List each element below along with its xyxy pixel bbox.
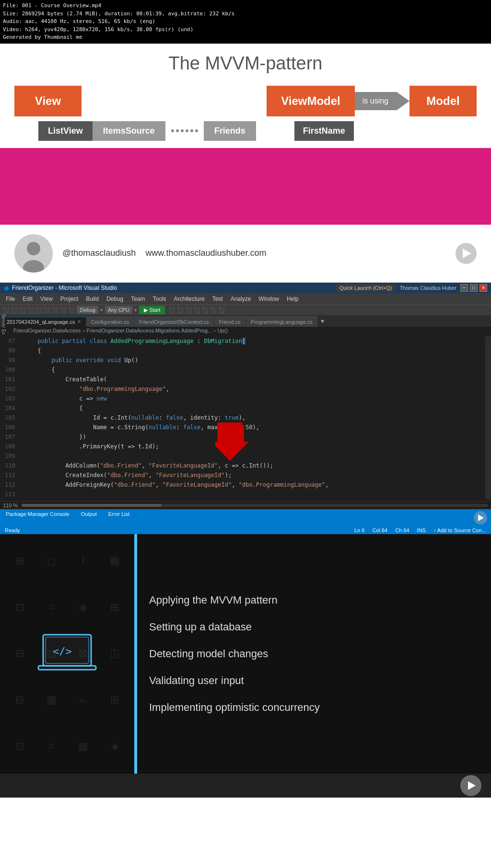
vs-menu-help[interactable]: Help [283,294,303,304]
mvvm-model-box: Model [409,86,477,116]
vs-tabs-overflow[interactable]: ▾ [318,315,327,327]
vs-tab-friend[interactable]: Friend.cs [214,317,246,327]
vs-toolbar-more-icons: ⬛ ⬛ ⬛ ⬛ ⬛ ⬛ ⬛ [169,307,224,313]
vs-ch: Ch 64 [395,527,409,533]
vs-menu-view[interactable]: View [36,294,57,304]
vs-menu-test[interactable]: Test [209,294,227,304]
course-item-5: Implementing optimistic concurrency [149,701,477,714]
vs-tab-glanguage-label: 20170424204_qLanguage.cs [7,319,75,325]
vs-ln: Ln 6 [354,527,364,533]
vs-menu-project[interactable]: Project [57,294,82,304]
bg-icon-9: ⊟ [5,631,35,676]
vs-tab-dbcontext[interactable]: FriendOrganizerDbContext.cs [134,317,214,327]
mvvm-section: The MVVM-pattern View ViewModel is using… [0,44,491,148]
mvvm-title: The MVVM-pattern [14,53,477,74]
vs-menu-window[interactable]: Window [255,294,283,304]
file-info-line1: File: 001 - Course Overview.mp4 [3,2,488,10]
vs-bottom-tab-output[interactable]: Output [75,509,103,526]
vs-scrollbar[interactable] [485,336,491,499]
file-info-line3: Audio: aac, 44100 Hz, stereo, 516, 65 kb… [3,18,488,26]
vs-menu-file[interactable]: File [2,294,19,304]
vs-breadcrumb: Server Explorer FriendOrganizer.DataAcce… [0,327,491,334]
author-info: @thomasclaudiush www.thomasclaudiushuber… [62,248,267,258]
bg-icon-17: ⊡ [5,724,35,769]
vs-horizontal-scrollbar[interactable] [22,504,488,507]
vs-maximize-button[interactable]: □ [470,284,478,292]
vs-tab-programminglanguage[interactable]: ProgrammingLanguage.cs [246,317,317,327]
bg-icon-20: ◈ [100,724,129,769]
svg-point-1 [27,242,40,255]
vs-menu-analyze[interactable]: Analyze [227,294,255,304]
pink-bar [0,148,491,225]
play-triangle-icon [463,249,471,258]
bg-icon-11: ⊠ [68,631,98,676]
vs-bottom-play-btn[interactable] [470,509,491,526]
bg-icon-18: ⌗ [36,724,66,769]
vs-tab-glanguage[interactable]: 20170424204_qLanguage.cs ✕ [2,317,86,327]
vs-bottom-tab-errorlist[interactable]: Error List [103,509,136,526]
bottom-play-section [0,774,491,798]
vs-status-ready: Ready [5,527,20,533]
author-play-button[interactable] [456,243,477,264]
vs-menu-architecture[interactable]: Architecture [170,294,209,304]
course-left-panel: ⊞ ◻ ⌇ ▦ ⊡ ⌗ ◈ ⊞ ⊟ ▤ ⊠ ◫ ⊟ ▦ ⌙ ⊞ ⊡ ⌗ ▦ ◈ [0,534,134,774]
bottom-play-button[interactable] [460,775,481,796]
bg-icon-4: ▦ [100,539,129,583]
vs-breadcrumb-migrations[interactable]: FriendOrganizer.DataAccess.Migrations.Ad… [86,328,212,333]
vs-tab-dbcontext-label: FriendOrganizerDbContext.cs [139,319,209,325]
vs-menu-debug[interactable]: Debug [103,294,127,304]
vs-breadcrumb-up[interactable]: Up() [218,328,228,333]
vs-line-numbers: 97 98 99 100 101 102 103 104 105 106 107… [0,336,20,499]
vs-quick-launch[interactable]: Quick Launch (Ctrl+Q) [336,284,396,292]
vs-statusbar-right: Ln 6 Col 64 Ch 64 INS ↑ Add to Source Co… [354,527,486,533]
bg-icon-3: ⌇ [68,539,98,583]
vs-menu-tools[interactable]: Tools [149,294,170,304]
vs-menu-edit[interactable]: Edit [19,294,36,304]
vs-menu-build[interactable]: Build [82,294,103,304]
vs-titlebar-right: Quick Launch (Ctrl+Q) Thomas Claudius Hu… [336,284,487,292]
vs-start-button[interactable]: ▶ Start [139,306,165,314]
vs-menubar: File Edit View Project Build Debug Team … [0,293,491,305]
vs-debug-config[interactable]: Debug [77,306,98,314]
mvvm-arrow-icon [396,91,409,111]
vs-close-button[interactable]: ✕ [479,284,487,292]
vs-user: Thomas Claudius Huber [399,285,456,291]
author-section: @thomasclaudiush www.thomasclaudiushuber… [0,225,491,283]
mvvm-dots [165,129,204,132]
vs-tab-glanguage-close[interactable]: ✕ [77,319,81,324]
mvvm-itemssource-box: ItemsSource [93,121,165,141]
mvvm-viewmodel-arrow: ViewModel is using Model [267,86,477,116]
vs-editor-footer: 110 % [0,501,491,509]
vs-toolbar-sep1: ▾ [100,307,103,313]
course-item-4: Validating user input [149,674,477,687]
vs-menu-team[interactable]: Team [127,294,149,304]
mvvm-subrow: ListView ItemsSource Friends FirstName [14,121,477,141]
vs-toolbar: ⬛ ⬛ ⬛ ⬛ ⬛ ⬛ ⬛ ⬛ ⬛ Debug ▾ Any CPU ▾ ▶ St… [0,305,491,315]
vs-tab-friend-label: Friend.cs [219,319,241,325]
bg-icon-8: ⊞ [100,585,129,629]
file-info-line2: Size: 2869294 bytes (2.74 MiB), duration… [3,10,488,18]
vs-col: Col 64 [372,527,387,533]
vs-breadcrumb-dataaccess[interactable]: FriendOrganizer.DataAccess [13,328,81,333]
vs-tabs: 20170424204_qLanguage.cs ✕ Configuration… [0,315,491,327]
vs-toolbar-sep2: ▾ [134,307,137,313]
bg-icon-13: ⊟ [5,678,35,722]
author-avatar [14,234,53,273]
bg-icon-5: ⊡ [5,585,35,629]
vs-code-area[interactable]: public partial class AddedProgrammingLan… [20,336,485,499]
vs-tab-configuration[interactable]: Configuration.cs [86,317,134,327]
course-right-panel: Applying the MVVM pattern Setting up a d… [137,534,491,774]
vs-bottom-tab-packagemanager[interactable]: Package Manager Console [0,509,75,526]
mvvm-firstname-box: FirstName [294,121,354,141]
vs-titlebar-left: ◆ FriendOrganizer - Microsoft Visual Stu… [4,284,117,292]
mvvm-listview-box: ListView [38,121,93,141]
vs-breadcrumb-sep2: › [214,328,216,333]
vs-add-source[interactable]: ↑ Add to Source Con... [433,527,486,533]
bg-icon-16: ⊞ [100,678,129,722]
course-item-1: Applying the MVVM pattern [149,594,477,606]
mvvm-is-using-label: is using [355,92,396,110]
vs-bottom-play-icon[interactable] [474,511,487,525]
red-arrow-indicator [215,423,249,461]
play-icon [478,514,484,521]
vs-minimize-button[interactable]: ─ [460,284,468,292]
